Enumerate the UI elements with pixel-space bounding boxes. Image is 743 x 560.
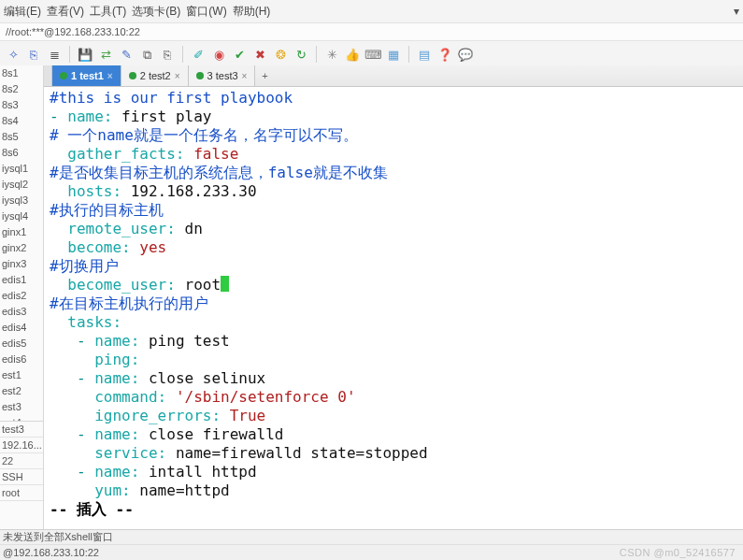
yaml-value: yes xyxy=(139,238,166,256)
info-proto: SSH xyxy=(0,469,43,485)
session-item[interactable]: est2 xyxy=(0,383,43,399)
session-item[interactable]: edis1 xyxy=(0,272,43,288)
terminal-content[interactable]: #this is our first playbook - name: firs… xyxy=(44,87,743,530)
menu-view[interactable]: 查看(V) xyxy=(47,4,84,20)
session-item[interactable]: 8s6 xyxy=(0,145,43,161)
info-name: test3 xyxy=(0,422,43,438)
menu-tabs[interactable]: 选项卡(B) xyxy=(132,4,180,20)
yaml-key: gather_facts: xyxy=(67,145,184,163)
yaml-value: close firewalld xyxy=(149,425,284,443)
toolbar-separator xyxy=(69,46,70,63)
session-item[interactable]: iysql1 xyxy=(0,161,43,177)
transfer-icon[interactable]: ⇄ xyxy=(98,47,113,62)
session-item[interactable]: edis2 xyxy=(0,288,43,304)
session-item[interactable]: 8s5 xyxy=(0,129,43,145)
watermark: CSDN @m0_52416577 xyxy=(620,545,736,560)
status-dot-icon xyxy=(60,72,67,79)
help-icon[interactable]: ❓ xyxy=(437,47,452,62)
session-item[interactable]: ginx1 xyxy=(0,224,43,240)
thumb-icon[interactable]: 👍 xyxy=(345,47,360,62)
toolbar-separator xyxy=(182,46,183,63)
session-item[interactable]: edis3 xyxy=(0,304,43,320)
close-icon[interactable]: × xyxy=(107,71,113,81)
menu-window[interactable]: 窗口(W) xyxy=(186,4,226,20)
tab-test3[interactable]: 3 test3× xyxy=(189,65,256,86)
refresh-icon[interactable]: ↻ xyxy=(293,47,308,62)
session-item[interactable]: est3 xyxy=(0,399,43,415)
broadcast-label: 未发送到全部Xshell窗口 xyxy=(0,530,743,545)
plug-icon[interactable]: ✖ xyxy=(252,47,267,62)
tree-icon[interactable]: ≣ xyxy=(47,47,62,62)
yaml-key: yum: xyxy=(94,481,131,499)
line-comment: #在目标主机执行的用户 xyxy=(50,294,208,312)
bulb-icon[interactable]: ❂ xyxy=(273,47,288,62)
tab-test1[interactable]: 1 test1× xyxy=(52,65,121,86)
dash-icon: - xyxy=(77,463,94,481)
yaml-value: ping test xyxy=(149,332,230,350)
toolbar-separator xyxy=(316,46,317,63)
session-item[interactable]: ginx3 xyxy=(0,256,43,272)
disk-icon[interactable]: 💾 xyxy=(78,47,93,62)
yaml-key: remote_user: xyxy=(67,220,176,237)
tab-handle[interactable] xyxy=(44,65,52,86)
tab-test2[interactable]: 2 test2× xyxy=(121,65,189,86)
status-dot-icon xyxy=(196,72,204,79)
grid-icon[interactable]: ▦ xyxy=(386,47,401,62)
ok-icon[interactable]: ✔ xyxy=(232,47,247,62)
toolbar: ✧⎘≣💾⇄✎⧉⎘✐◉✔✖❂↻✳👍⌨▦▤❓💬 xyxy=(0,41,743,68)
session-item[interactable]: est1 xyxy=(0,367,43,383)
dash-icon: - xyxy=(50,108,67,125)
session-item[interactable]: iysql2 xyxy=(0,177,43,193)
balloon-icon[interactable]: 💬 xyxy=(458,47,473,62)
vim-mode: -- 插入 -- xyxy=(50,500,134,518)
open-icon[interactable]: ⎘ xyxy=(26,47,41,62)
session-item[interactable]: edis5 xyxy=(0,336,43,352)
session-item[interactable]: ginx2 xyxy=(0,240,43,256)
address-bar[interactable]: //root:***@192.168.233.10:22 xyxy=(0,23,743,41)
session-item[interactable]: 8s2 xyxy=(0,81,43,97)
yaml-key: become_user: xyxy=(67,276,176,294)
yaml-value: first play xyxy=(121,108,211,125)
copy-icon[interactable]: ⧉ xyxy=(139,47,154,62)
clip-icon[interactable]: ⎘ xyxy=(160,47,175,62)
yaml-key: tasks: xyxy=(67,313,121,331)
menu-help[interactable]: 帮助(H) xyxy=(233,4,271,20)
line-comment: #this is our first playbook xyxy=(50,89,293,107)
new-icon[interactable]: ✧ xyxy=(6,47,21,62)
session-item[interactable]: 8s4 xyxy=(0,113,43,129)
line-comment: #是否收集目标主机的系统信息，false就是不收集 xyxy=(50,164,388,181)
yaml-value: close selinux xyxy=(149,369,265,387)
keys-icon[interactable]: ⌨ xyxy=(365,47,380,62)
note-icon[interactable]: ✎ xyxy=(119,47,134,62)
line-comment: # 一个name就是一个任务名，名字可以不写。 xyxy=(50,126,358,144)
close-icon[interactable]: × xyxy=(175,71,180,81)
session-item[interactable]: iysql3 xyxy=(0,193,43,208)
info-port: 22 xyxy=(0,453,43,469)
menu-bar: 编辑(E) 查看(V) 工具(T) 选项卡(B) 窗口(W) 帮助(H) ▾ xyxy=(0,0,743,23)
yaml-value: True xyxy=(230,407,266,424)
close-icon[interactable]: × xyxy=(242,71,248,81)
yaml-key: name: xyxy=(94,369,139,387)
gear-icon[interactable]: ✳ xyxy=(324,47,339,62)
line-comment: #切换用户 xyxy=(50,257,119,275)
yaml-key: ignore_errors: xyxy=(94,407,221,424)
menu-edit[interactable]: 编辑(E) xyxy=(4,4,41,20)
menu-tools[interactable]: 工具(T) xyxy=(90,4,126,20)
session-item[interactable]: edis4 xyxy=(0,320,43,336)
session-item[interactable]: 8s3 xyxy=(0,97,43,113)
stop-icon[interactable]: ◉ xyxy=(211,47,226,62)
session-item[interactable]: iysql4 xyxy=(0,208,43,224)
brush-icon[interactable]: ✐ xyxy=(191,47,206,62)
session-item[interactable]: 8s1 xyxy=(0,65,43,81)
cursor-icon xyxy=(221,276,229,292)
footer: 未发送到全部Xshell窗口 @192.168.233.10:22 CSDN @… xyxy=(0,529,743,560)
menu-dropdown-icon[interactable]: ▾ xyxy=(734,5,739,18)
info-user: root xyxy=(0,485,43,501)
folder-icon[interactable]: ▤ xyxy=(417,47,432,62)
yaml-key: name: xyxy=(94,463,139,481)
yaml-value: dn xyxy=(185,220,203,237)
session-item[interactable]: edis6 xyxy=(0,352,43,367)
yaml-value: 192.168.233.30 xyxy=(131,182,257,200)
add-tab-button[interactable]: + xyxy=(255,65,274,86)
dash-icon: - xyxy=(77,369,94,387)
